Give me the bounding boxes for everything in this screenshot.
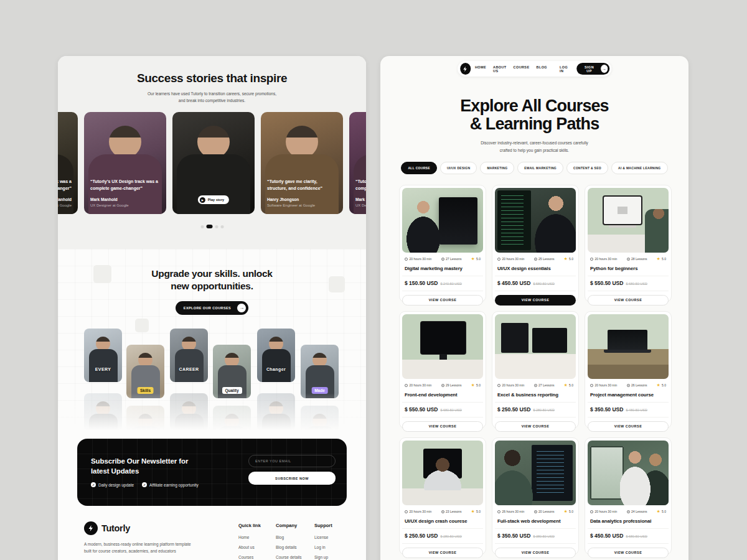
course-lessons: 24 Lessons (631, 510, 647, 513)
filter-pill[interactable]: ALL COURSE (401, 162, 436, 174)
course-meta: 20 hours 30 min 26 Lessons ★ 5.0 (588, 383, 669, 388)
course-image (588, 314, 669, 379)
filter-pill[interactable]: CONTENT & SEO (566, 162, 608, 174)
view-course-button[interactable]: VIEW COURSE (402, 548, 483, 558)
footer-link[interactable]: Sign up (314, 555, 332, 559)
view-course-button[interactable]: VIEW COURSE (402, 295, 483, 306)
course-lessons: 23 Lessons (446, 510, 462, 513)
testimonial-name: Mark Manhold (90, 197, 160, 202)
footer-link[interactable]: Blog details (276, 545, 302, 549)
filter-pill[interactable]: MARKETING (480, 162, 514, 174)
explore-courses-button[interactable]: EXPLORE OUR COURSES → (176, 301, 248, 315)
course-title: Digital marketing mastery (402, 266, 483, 276)
view-course-button[interactable]: VIEW COURSE (495, 548, 576, 558)
testimonial-card: “Tutorly’s UX Design track was a complet… (84, 112, 166, 214)
course-card: 20 hours 30 min 29 Lessons ★ 5.0 Front-e… (399, 311, 486, 429)
view-course-button[interactable]: VIEW COURSE (588, 295, 669, 306)
course-title: UI/UX design crash courese (402, 518, 483, 529)
tutorly-logo-icon[interactable] (460, 63, 471, 75)
star-icon: ★ (471, 383, 475, 388)
footer-link[interactable]: Log in (314, 545, 332, 549)
courses-page-panel: HOME ABOUT US COURSE BLOG LOG IN SIGN UP… (380, 56, 688, 560)
learner-photo: Made (301, 345, 339, 398)
lessons-icon (441, 384, 444, 387)
star-icon: ★ (657, 510, 660, 514)
carousel-dot[interactable] (220, 225, 223, 228)
course-card: 20 hours 30 min 27 Lessons ★ 5.0 Digital… (399, 185, 486, 302)
star-icon: ★ (564, 510, 568, 514)
footer-links: License Log in Sign up (314, 535, 332, 559)
lessons-icon (534, 258, 537, 261)
clock-icon (590, 258, 593, 261)
course-price-row: $ 450.50 USD $ 580.50 USD (495, 276, 576, 291)
view-course-button[interactable]: VIEW COURSE (588, 421, 669, 432)
course-rating: 5.0 (569, 510, 573, 513)
course-image (402, 441, 483, 505)
footer-column-title: Company (276, 523, 302, 528)
view-course-button[interactable]: VIEW COURSE (495, 295, 576, 306)
upgrade-skills-section: Upgrade your skills. unlock new opportun… (58, 249, 366, 439)
footer-link[interactable]: Course details (276, 555, 302, 559)
course-price-row: $ 550.50 USD $ 680.50 USD (588, 276, 669, 291)
course-image (402, 314, 483, 379)
course-price: $ 250.50 USD (405, 533, 438, 539)
course-rating: 5.0 (569, 257, 573, 261)
footer-link[interactable]: Courses (238, 555, 261, 559)
filter-pill[interactable]: UI/UX DESIGN (440, 162, 477, 174)
view-course-button[interactable]: VIEW COURSE (588, 548, 669, 558)
carousel-dots[interactable] (200, 225, 223, 228)
course-title: Full-stack web development (495, 518, 576, 529)
carousel-dot[interactable] (215, 225, 218, 228)
testimonial-name: Hanry Jhongson (267, 197, 337, 202)
course-duration: 20 hours 30 min (595, 257, 618, 261)
testimonial-role: UX Designer at Google (90, 203, 160, 207)
testimonial-text: “Tutorly gave me clarity, structure, and… (267, 179, 337, 207)
course-meta: 20 hours 30 min 25 Lessons ★ 5.0 (495, 257, 576, 261)
course-price: $ 250.50 USD (497, 406, 530, 413)
course-price-row: $ 450.50 USD $ 680.50 USD (588, 529, 669, 544)
footer-link[interactable]: About us (238, 545, 261, 549)
subscribe-button[interactable]: SUBSCRIBE NOW (248, 472, 336, 485)
tutorly-logo-icon (84, 521, 98, 535)
footer-column: Quick link Home About us Courses (238, 523, 261, 560)
nav-item[interactable]: ABOUT US (493, 65, 507, 73)
testimonial-role: UX Designer at Google (58, 203, 72, 207)
course-duration: 20 hours 30 min (410, 510, 432, 513)
filter-pill[interactable]: EMAIL MARKETING (517, 162, 563, 174)
footer-link[interactable]: Home (238, 535, 261, 539)
course-meta: 26 hours 30 min 20 Lessons ★ 5.0 (495, 510, 576, 514)
filter-pill[interactable]: AI & MACHINE LEARNING (611, 162, 668, 174)
lessons-icon (534, 384, 537, 387)
login-link[interactable]: LOG IN (560, 65, 571, 73)
email-input[interactable] (248, 455, 336, 467)
course-rating: 5.0 (662, 383, 666, 387)
nav-item[interactable]: COURSE (514, 65, 530, 73)
lessons-icon (441, 510, 444, 513)
testimonial-carousel: “Tutorly’s UX Design track was a complet… (58, 112, 366, 214)
view-course-button[interactable]: VIEW COURSE (495, 421, 576, 432)
testimonial-card: “Tutorly’s UX Design track was a complet… (349, 112, 366, 214)
carousel-dot[interactable] (200, 225, 204, 228)
carousel-dot[interactable] (206, 225, 212, 228)
lessons-icon (627, 384, 630, 387)
course-duration: 26 hours 30 min (502, 510, 525, 513)
footer-link[interactable]: Blog (276, 535, 302, 539)
course-card: 26 hours 30 min 20 Lessons ★ 5.0 Full-st… (492, 437, 579, 555)
signup-button[interactable]: SIGN UP → (576, 63, 609, 75)
course-title: Python for beginners (588, 266, 669, 276)
testimonial-text: “Tutorly’s UX Design track was a complet… (355, 179, 366, 207)
star-icon: ★ (564, 257, 568, 261)
view-course-button[interactable]: VIEW COURSE (402, 421, 483, 432)
footer-column-title: Support (314, 523, 332, 528)
star-icon: ★ (471, 257, 475, 261)
nav-item[interactable]: BLOG (537, 65, 548, 73)
play-story-button[interactable]: ▶ Play story (198, 195, 229, 204)
course-price-row: $ 350.50 USD $ 380.50 USD (495, 529, 576, 544)
footer: Tutorly A modern, business-ready online … (84, 521, 347, 555)
nav-item[interactable]: HOME (475, 65, 486, 73)
footer-link[interactable]: License (314, 535, 332, 539)
top-navigation: HOME ABOUT US COURSE BLOG LOG IN SIGN UP… (458, 61, 612, 77)
lessons-icon (627, 258, 630, 261)
course-meta: 20 hours 30 min 27 Lessons ★ 5.0 (495, 383, 576, 388)
course-title: Excel & business reporting (495, 392, 576, 403)
